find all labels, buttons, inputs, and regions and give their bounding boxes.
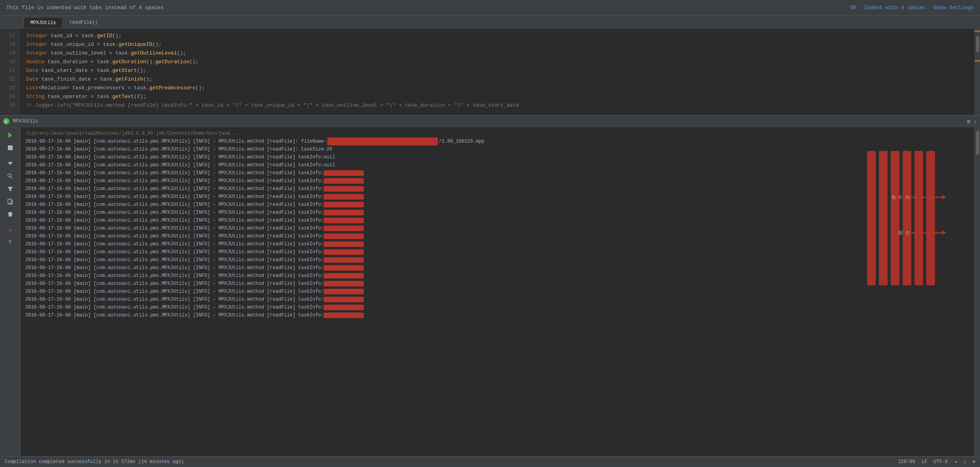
code-line-23: List<Relation> task_predecessors = task.… [26, 84, 974, 92]
run-button[interactable] [5, 130, 16, 141]
log-line: 2016-08-17-16-40 [main] [com.autonavi.ut… [21, 240, 974, 248]
log-line: 2016-08-17-16-40 [main] [com.autonavi.ut… [21, 232, 974, 240]
console-first-line: 2016-08-17-16-40 [main] [com.autonavi.ut… [21, 137, 974, 145]
console-area: ✕ ? /Library/Java/JavaVirtualMachines/jd… [0, 127, 980, 467]
editor-area: 17 18 19 20 21 22 23 24 25 Integer task_… [0, 28, 980, 115]
log-line: 2016-08-17-16-40 [main] [com.autonavi.ut… [21, 209, 974, 217]
stop-button[interactable] [5, 142, 16, 153]
log-line: 2016-08-17-16-40 [main] [com.autonavi.ut… [21, 303, 974, 311]
console-scrollbar[interactable] [974, 127, 980, 467]
search-console-button[interactable] [5, 171, 16, 182]
svg-marker-2 [8, 162, 13, 165]
log-line: 2016-08-17-16-40 [main] [com.autonavi.ut… [21, 224, 974, 232]
code-line-25: // logger.info("MPXJUtils.method [readFi… [26, 101, 974, 110]
log-line: 2016-08-17-16-40 [main] [com.autonavi.ut… [21, 217, 974, 224]
trash-button[interactable] [5, 209, 16, 220]
scroll-down-button[interactable] [5, 158, 16, 169]
warning-button[interactable]: ? [5, 237, 16, 248]
tab-readfile[interactable]: readFile() [63, 17, 105, 28]
code-line-20: double task_duration = task.getDuration(… [26, 58, 974, 66]
filter-button[interactable] [5, 183, 16, 194]
log-line: 2016-08-17-16-40 [main] [com.autonavi.ut… [21, 169, 974, 177]
status-bar: Compilation completed successfully in 1s… [0, 456, 980, 467]
tab-bar: MPXJUtils readFile() [0, 16, 980, 28]
run-download-icon[interactable]: ↓ [974, 118, 977, 124]
warning-icon[interactable]: ⚠ [963, 459, 966, 465]
log-line: 2016-08-17-16-40 [main] [com.autonavi.ut… [21, 185, 974, 193]
code-line-22: Date task_finish_date = task.getFinish()… [26, 75, 974, 84]
log-line: 2016-08-17-16-40 [main] [com.autonavi.ut… [21, 264, 974, 272]
log-line: 2016-08-17-16-40 [main] [com.autonavi.ut… [21, 248, 974, 256]
console-line-null1: 2016-08-17-16-40 [main] [com.autonavi.ut… [21, 153, 974, 161]
console-content[interactable]: /Library/Java/JavaVirtualMachines/jdk1.8… [21, 127, 974, 467]
log-line: 2016-08-17-16-40 [main] [com.autonavi.ut… [21, 288, 974, 296]
svg-rect-1 [8, 145, 13, 150]
editor-scrollbar[interactable] [974, 28, 980, 115]
show-settings-button[interactable]: Show Settings [934, 5, 974, 11]
log-line: 2016-08-17-16-40 [main] [com.autonavi.ut… [21, 256, 974, 264]
log-line: 2016-08-17-16-40 [main] [com.autonavi.ut… [21, 296, 974, 303]
code-line-18: Integer task_unique_id = task.getUniqueI… [26, 40, 974, 49]
notification-text: This file is indented with tabs instead … [6, 5, 163, 11]
log-line: 2016-08-17-16-40 [main] [com.autonavi.ut… [21, 193, 974, 201]
svg-rect-6 [8, 199, 11, 203]
notification-bar: This file is indented with tabs instead … [0, 0, 980, 16]
svg-line-4 [11, 177, 12, 179]
log-line: 2016-08-17-16-40 [main] [com.autonavi.ut… [21, 272, 974, 280]
error-button[interactable]: ✕ [5, 224, 16, 235]
log-line: 2016-08-17-16-40 [main] [com.autonavi.ut… [21, 311, 974, 319]
log-line: 2016-08-17-16-40 [main] [com.autonavi.ut… [21, 201, 974, 209]
run-icon: ▶ [3, 118, 9, 124]
indent-button[interactable]: Indent with 4 spaces [864, 5, 926, 11]
compilation-status: Compilation completed successfully in 1s… [5, 459, 898, 465]
line-ending: LF [922, 459, 927, 465]
svg-point-3 [8, 174, 11, 177]
encoding: UTF-8 [933, 459, 948, 465]
log-lines-container: 2016-08-17-16-40 [main] [com.autonavi.ut… [21, 169, 974, 319]
settings-icon[interactable]: ⚙ [972, 459, 975, 465]
run-panel-title: MPXJUtils [13, 119, 38, 124]
svg-marker-0 [8, 132, 12, 138]
code-line-17: Integer task_id = task.getID(); [26, 32, 974, 40]
log-line: 2016-08-17-16-40 [main] [com.autonavi.ut… [21, 177, 974, 185]
left-sidebar: ✕ ? [0, 127, 21, 467]
code-line-21: Date task_start_date = task.getStart(); [26, 66, 974, 75]
tab-mpxjutils[interactable]: MPXJUtils [24, 17, 63, 28]
log-line: 2016-08-17-16-40 [main] [com.autonavi.ut… [21, 280, 974, 288]
indent-icon[interactable]: ⇥ [954, 459, 957, 465]
console-line-null2: 2016-08-17-16-40 [main] [com.autonavi.ut… [21, 161, 974, 169]
java-path-line: /Library/Java/JavaVirtualMachines/jdk1.8… [21, 130, 974, 137]
run-settings-icon[interactable]: ⚙ [967, 118, 970, 125]
cursor-position: 229:66 [898, 459, 915, 465]
svg-rect-7 [8, 213, 13, 213]
code-content[interactable]: Integer task_id = task.getID(); Integer … [20, 28, 974, 115]
ok-button[interactable]: OK [850, 5, 856, 11]
code-line-24: String task_operator = task.getText(2); [26, 92, 974, 101]
console-line-tasksize: 2016-08-17-16-40 [main] [com.autonavi.ut… [21, 145, 974, 153]
copy-button[interactable] [5, 196, 16, 207]
line-numbers: 17 18 19 20 21 22 23 24 25 [0, 28, 20, 115]
run-panel-header: ▶ MPXJUtils ⚙ ↓ [0, 115, 980, 127]
code-line-19: Integer task_outline_level = task.getOut… [26, 49, 974, 58]
